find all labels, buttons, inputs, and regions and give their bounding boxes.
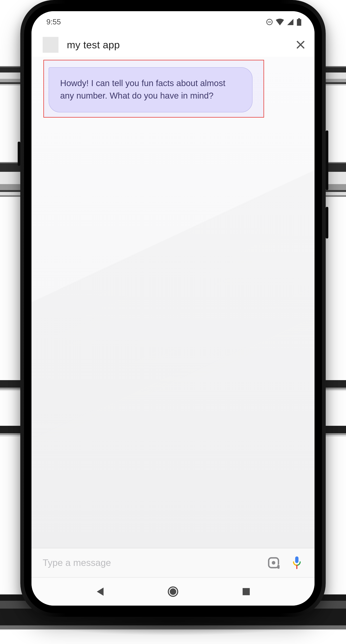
phone-power-button bbox=[326, 207, 328, 238]
chat-body[interactable]: Howdy! I can tell you fun facts about al… bbox=[31, 57, 315, 548]
close-icon bbox=[296, 40, 305, 50]
svg-rect-3 bbox=[298, 18, 300, 19]
phone-side-button bbox=[18, 142, 20, 166]
system-nav-bar bbox=[31, 578, 315, 606]
phone-volume-button bbox=[326, 130, 328, 190]
bot-message-text: Howdy! I can tell you fun facts about al… bbox=[60, 78, 225, 100]
phone-frame: 9:55 my test app bbox=[20, 0, 326, 617]
svg-point-13 bbox=[170, 588, 176, 595]
close-button[interactable] bbox=[295, 39, 306, 50]
svg-rect-9 bbox=[277, 565, 280, 569]
phone-screen: 9:55 my test app bbox=[31, 11, 315, 606]
wifi-icon bbox=[276, 18, 284, 26]
app-header: my test app bbox=[31, 32, 315, 57]
app-title: my test app bbox=[67, 39, 287, 50]
status-bar: 9:55 bbox=[31, 11, 315, 32]
input-bar bbox=[31, 548, 315, 578]
home-icon bbox=[168, 586, 178, 597]
status-icons bbox=[266, 18, 302, 26]
nav-back-button[interactable] bbox=[93, 585, 106, 598]
recents-icon bbox=[242, 587, 251, 596]
nav-recents-button[interactable] bbox=[240, 585, 253, 598]
signal-icon bbox=[287, 18, 294, 26]
bot-message-bubble: Howdy! I can tell you fun facts about al… bbox=[49, 67, 253, 112]
app-logo bbox=[43, 37, 58, 53]
lens-icon bbox=[267, 556, 280, 569]
svg-point-7 bbox=[272, 561, 275, 564]
mic-button[interactable] bbox=[289, 555, 304, 570]
svg-rect-10 bbox=[295, 556, 299, 563]
lens-button[interactable] bbox=[266, 555, 281, 570]
back-icon bbox=[95, 587, 104, 596]
svg-rect-2 bbox=[297, 19, 301, 26]
nav-home-button[interactable] bbox=[166, 585, 180, 598]
svg-rect-14 bbox=[243, 588, 250, 595]
battery-icon bbox=[297, 18, 302, 26]
mic-icon bbox=[291, 556, 303, 570]
status-time: 9:55 bbox=[46, 18, 61, 26]
message-input[interactable] bbox=[43, 557, 258, 568]
canvas: 9:55 my test app bbox=[0, 0, 346, 644]
phone-bezel: 9:55 my test app bbox=[24, 4, 322, 613]
dnd-icon bbox=[266, 18, 273, 26]
